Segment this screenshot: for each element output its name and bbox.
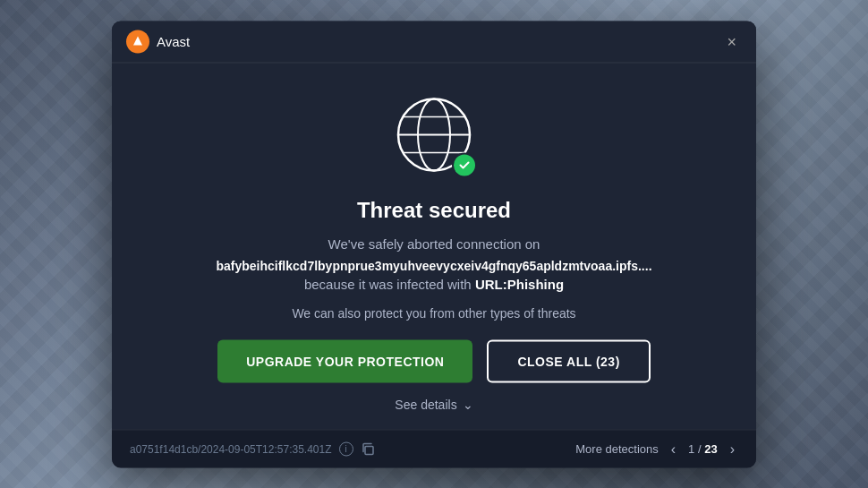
threat-url: bafybeihciflkcd7lbypnprue3myuhveevycxeiv…: [216, 258, 651, 272]
threat-desc: We've safely aborted connection on: [328, 233, 540, 254]
avast-logo: [126, 30, 149, 53]
dialog-window: Avast × Threat secured We've safely: [112, 21, 756, 467]
svg-rect-5: [365, 446, 373, 454]
checkmark-icon: [458, 158, 471, 171]
footer-left: a0751f14d1cb/2024-09-05T12:57:35.401Z i: [130, 441, 375, 456]
app-title: Avast: [157, 34, 190, 49]
copy-icon[interactable]: [361, 441, 375, 456]
check-badge: [452, 152, 477, 177]
close-window-button[interactable]: ×: [721, 31, 742, 51]
detection-id: a0751f14d1cb/2024-09-05T12:57:35.401Z: [130, 442, 332, 455]
chevron-down-icon: ⌄: [463, 397, 473, 411]
prev-detection-button[interactable]: ‹: [668, 439, 679, 458]
upgrade-button[interactable]: UPGRADE YOUR PROTECTION: [217, 339, 472, 382]
action-buttons: UPGRADE YOUR PROTECTION CLOSE ALL (23): [217, 339, 651, 382]
see-details-button[interactable]: See details ⌄: [395, 397, 472, 411]
protect-text: We can also protect you from other types…: [292, 305, 575, 320]
globe-container: [389, 90, 479, 179]
title-bar: Avast ×: [112, 21, 756, 63]
next-detection-button[interactable]: ›: [727, 439, 738, 458]
threat-infected-text: because it was infected with URL:Phishin…: [304, 276, 564, 291]
title-bar-left: Avast: [126, 30, 190, 53]
dialog-footer: a0751f14d1cb/2024-09-05T12:57:35.401Z i …: [112, 429, 756, 467]
more-detections-label: More detections: [575, 442, 659, 456]
page-info: 1 / 23: [688, 442, 718, 456]
info-icon[interactable]: i: [339, 441, 353, 456]
dialog-body: Threat secured We've safely aborted conn…: [112, 63, 756, 429]
close-all-button[interactable]: CLOSE ALL (23): [487, 339, 650, 382]
footer-right: More detections ‹ 1 / 23 ›: [575, 439, 738, 458]
current-page: 1: [688, 442, 694, 456]
threat-title: Threat secured: [357, 197, 511, 222]
total-pages: 23: [704, 442, 717, 456]
threat-name: URL:Phishing: [475, 276, 564, 291]
